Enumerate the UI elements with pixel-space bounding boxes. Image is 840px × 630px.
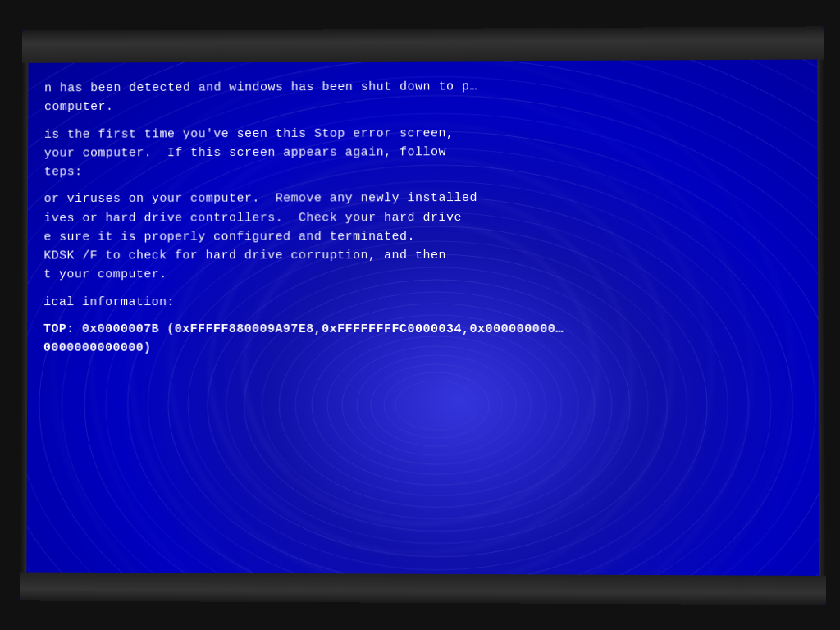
right-bezel — [817, 59, 825, 575]
bsod-line-6: or viruses on your computer. Remove any … — [44, 188, 793, 208]
bsod-line-2: computer. — [44, 95, 792, 117]
bottom-bezel — [20, 572, 825, 605]
bsod-stop-code: TOP: 0x0000007B (0xFFFFF880009A97E8,0xFF… — [43, 320, 793, 339]
bsod-line-1: n has been detected and windows has been… — [44, 76, 792, 98]
bsod-line-10: t your computer. — [43, 265, 793, 285]
screen-bezel: n has been detected and windows has been… — [0, 0, 840, 630]
bsod-line-9: KDSK /F to check for hard drive corrupti… — [43, 245, 792, 265]
bsod-line-4: your computer. If this screen appears ag… — [44, 142, 793, 163]
bsod-text-content: n has been detected and windows has been… — [26, 60, 819, 576]
bsod-stop-code-2: 0000000000000) — [43, 339, 793, 358]
top-bezel — [22, 26, 824, 62]
monitor-screen: n has been detected and windows has been… — [20, 26, 825, 605]
bsod-line-8: e sure it is properly configured and ter… — [43, 226, 792, 246]
bsod-spacer-3 — [43, 284, 793, 292]
bsod-line-3: is the first time you've seen this Stop … — [44, 122, 792, 144]
bsod-line-5: teps: — [44, 161, 793, 182]
bsod-line-7: ives or hard drive controllers. Check yo… — [44, 208, 793, 228]
bsod-line-11: ical information: — [43, 292, 793, 311]
bsod-spacer-4 — [43, 312, 793, 320]
